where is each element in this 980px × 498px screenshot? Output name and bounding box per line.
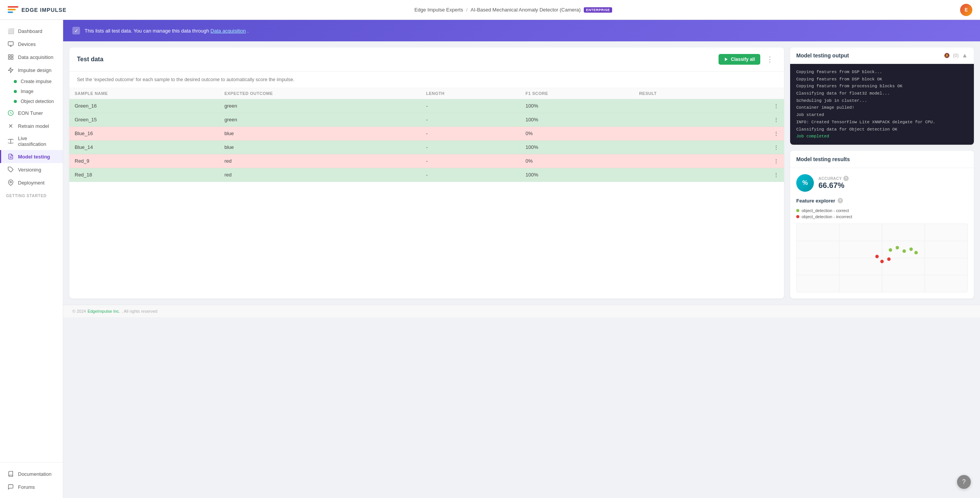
col-length: LENGTH — [421, 88, 520, 99]
logo-icon — [8, 6, 18, 14]
sidebar-sub-image[interactable]: Image — [0, 87, 63, 96]
test-data-header: Test data Classify all ⋮ — [69, 47, 784, 72]
sidebar-sub-object-detection[interactable]: Object detection — [0, 96, 63, 106]
output-log: Copying features from DSP block...Copyin… — [790, 64, 974, 145]
cell-length: - — [421, 127, 520, 140]
log-line: Classifying data for float32 model... — [796, 90, 968, 97]
sidebar-label-forums: Forums — [18, 484, 35, 490]
sidebar-item-documentation[interactable]: Documentation — [0, 467, 63, 480]
sidebar-item-retrain[interactable]: Retrain model — [0, 119, 63, 132]
cell-sample-name: Green_16 — [69, 99, 219, 113]
sidebar-item-deployment[interactable]: Deployment — [0, 176, 63, 189]
eon-icon — [7, 109, 14, 116]
feature-explorer-label: Feature explorer ? — [796, 198, 968, 204]
sidebar-item-forums[interactable]: Forums — [0, 480, 63, 493]
sidebar-label-deployment: Deployment — [18, 180, 44, 186]
info-banner: ✓ This lists all test data. You can mana… — [63, 20, 980, 41]
row-action-menu[interactable]: ⋮ — [730, 99, 784, 113]
cell-f1-score: 100% — [520, 140, 634, 154]
banner-text: This lists all test data. You can manage… — [85, 28, 249, 34]
sidebar-item-versioning[interactable]: Versioning — [0, 163, 63, 176]
content-panels: Test data Classify all ⋮ Set the 'expect… — [63, 41, 980, 305]
cell-expected-outcome: red — [219, 168, 421, 182]
footer-company-link[interactable]: EdgeImpulse Inc. — [88, 309, 120, 313]
classify-all-button[interactable]: Classify all — [719, 54, 760, 65]
legend-dot-correct — [796, 209, 799, 212]
cell-sample-name: Blue_16 — [69, 127, 219, 140]
cell-length: - — [421, 99, 520, 113]
model-results-panel: Model testing results % ACCURACY ? — [790, 151, 974, 299]
accuracy-info-icon[interactable]: ? — [843, 176, 849, 181]
test-data-title: Test data — [77, 56, 103, 63]
svg-rect-4 — [11, 55, 13, 57]
log-line: INFO: Created TensorFlow Lite XNNPACK de… — [796, 119, 968, 126]
sidebar: ⬜ Dashboard Devices Data acquisition Im — [0, 20, 63, 498]
sidebar-sub-create-impulse[interactable]: Create impulse — [0, 77, 63, 87]
cell-length: - — [421, 113, 520, 127]
help-button[interactable]: ? — [957, 475, 971, 489]
chart-dot — [889, 248, 892, 251]
sidebar-item-data-acquisition[interactable]: Data acquisition — [0, 51, 63, 64]
table-row: Green_16 green - 100% ⋮ — [69, 99, 784, 113]
logo-text: EDGE IMPULSE — [21, 7, 67, 13]
live-class-icon — [7, 138, 14, 145]
chart-dot — [880, 260, 884, 263]
sidebar-label-impulse: Impulse design — [18, 67, 51, 73]
row-action-menu[interactable]: ⋮ — [730, 154, 784, 168]
log-line: Classifying data for Object detection OK — [796, 126, 968, 133]
cell-result — [634, 140, 730, 154]
cell-result — [634, 99, 730, 113]
forums-icon — [7, 483, 14, 490]
sidebar-item-eon-tuner[interactable]: EON Tuner — [0, 106, 63, 119]
cell-result — [634, 168, 730, 182]
model-test-icon — [7, 153, 14, 160]
col-result: RESULT — [634, 88, 730, 99]
legend-label-correct: object_detection - correct — [802, 208, 849, 213]
accuracy-value: 66.67% — [818, 181, 849, 190]
cell-length: - — [421, 154, 520, 168]
cell-expected-outcome: green — [219, 113, 421, 127]
log-line: Job started — [796, 111, 968, 119]
cell-result — [634, 154, 730, 168]
sidebar-item-devices[interactable]: Devices — [0, 38, 63, 51]
more-options-button[interactable]: ⋮ — [763, 54, 776, 65]
sidebar-item-dashboard[interactable]: ⬜ Dashboard — [0, 24, 63, 38]
sidebar-label-image: Image — [21, 89, 33, 94]
sidebar-item-label: Dashboard — [18, 28, 42, 34]
col-actions — [730, 88, 784, 99]
results-title: Model testing results — [790, 151, 974, 168]
banner-check-icon: ✓ — [72, 27, 80, 34]
table-row: Blue_14 blue - 100% ⋮ — [69, 140, 784, 154]
feature-chart — [796, 224, 968, 292]
svg-rect-6 — [11, 57, 13, 59]
sidebar-label-model-testing: Model testing — [18, 154, 50, 160]
row-action-menu[interactable]: ⋮ — [730, 113, 784, 127]
table-row: Red_9 red - 0% ⋮ — [69, 154, 784, 168]
retrain-icon — [7, 122, 14, 129]
output-controls: 🔕 (0) ▲ — [944, 52, 968, 59]
sidebar-nav: ⬜ Dashboard Devices Data acquisition Im — [0, 20, 63, 462]
breadcrumb-org: Edge Impulse Experts — [414, 7, 463, 13]
user-avatar[interactable]: E — [960, 4, 972, 16]
accuracy-section: % ACCURACY ? 66.67% — [796, 174, 968, 192]
chart-dot — [896, 246, 899, 250]
dot-image — [14, 90, 17, 93]
collapse-output-button[interactable]: ▲ — [962, 52, 968, 59]
cell-expected-outcome: red — [219, 154, 421, 168]
table-row: Blue_16 blue - 0% ⋮ — [69, 127, 784, 140]
main-content: ✓ This lists all test data. You can mana… — [63, 20, 980, 498]
dot-create-impulse — [14, 80, 17, 83]
sidebar-item-model-testing[interactable]: Model testing — [0, 150, 63, 163]
cell-f1-score: 100% — [520, 99, 634, 113]
svg-rect-5 — [8, 57, 10, 59]
row-action-menu[interactable]: ⋮ — [730, 140, 784, 154]
data-acquisition-link[interactable]: Data acquisition — [211, 28, 246, 34]
sidebar-item-live-classification[interactable]: Live classification — [0, 132, 63, 150]
row-action-menu[interactable]: ⋮ — [730, 168, 784, 182]
sidebar-item-impulse-design[interactable]: Impulse design — [0, 64, 63, 77]
sidebar-label-live-class: Live classification — [18, 136, 57, 147]
cell-f1-score: 100% — [520, 113, 634, 127]
panel-actions: Classify all ⋮ — [719, 54, 776, 65]
row-action-menu[interactable]: ⋮ — [730, 127, 784, 140]
feature-explorer-info-icon[interactable]: ? — [838, 198, 843, 203]
